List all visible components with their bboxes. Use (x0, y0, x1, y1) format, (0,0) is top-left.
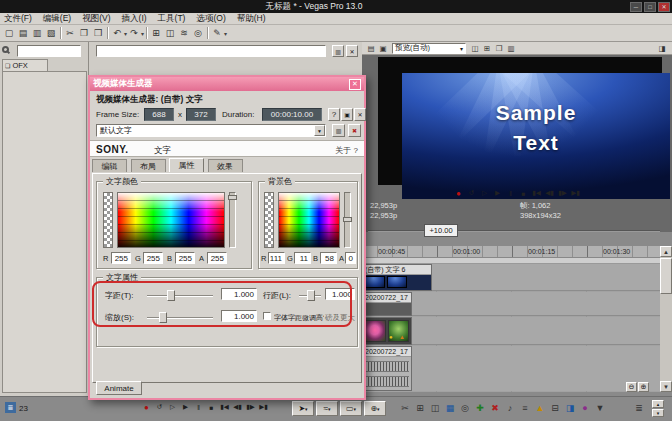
undo-icon[interactable]: ↶ (110, 26, 124, 40)
go-to-end-icon[interactable]: ▶▮ (569, 187, 582, 199)
marker-up-icon[interactable]: ▲ (533, 401, 547, 415)
auto-crossfades-icon[interactable]: ◫ (163, 26, 177, 40)
menu-insert[interactable]: 插入(I) (122, 13, 147, 25)
ignore-grouping-icon[interactable]: ◎ (191, 26, 205, 40)
chevron-down-icon[interactable]: ▼ (314, 125, 325, 136)
scrollbar-thumb[interactable] (660, 258, 672, 294)
track-count-icon[interactable]: ≣ (5, 402, 16, 413)
timeline-tracks[interactable]: (自带) 文字 6 20200722_17 ● ▲ 20200722_17 (362, 264, 660, 392)
copy-icon[interactable]: ❐ (77, 26, 91, 40)
envelope-edit-tool-icon[interactable]: ≈▾ (316, 401, 338, 416)
stop-icon[interactable]: ■ (205, 401, 218, 413)
luminance-slider[interactable] (229, 192, 236, 248)
slider-thumb[interactable] (228, 195, 237, 200)
cut-icon[interactable]: ✂ (63, 26, 77, 40)
copy-snapshot-icon[interactable]: ❐ (493, 43, 505, 54)
delete-preset-icon[interactable]: ✕ (346, 45, 358, 57)
scroll-down-icon[interactable]: ▼ (660, 381, 672, 392)
menu-options[interactable]: 选项(O) (196, 13, 225, 25)
fx-preset-combo[interactable] (96, 45, 326, 57)
record-icon[interactable]: ● (140, 401, 153, 413)
timeline-event-photos[interactable]: ● ▲ (362, 317, 412, 345)
pause-icon[interactable]: ‖ (192, 401, 205, 413)
go-to-start-icon[interactable]: ▮◀ (218, 401, 231, 413)
save-preset-icon[interactable]: ▥ (332, 45, 344, 57)
dock-button[interactable]: ▣ (341, 108, 353, 121)
text-color-g-field[interactable]: 255 (143, 252, 163, 264)
scroll-up-icon[interactable]: ▴ (652, 400, 664, 408)
split-screen-view-icon[interactable]: ◫ (469, 43, 481, 54)
render-icon[interactable]: ▦ (443, 401, 457, 415)
rate-slider-track[interactable] (368, 230, 660, 232)
minimize-button[interactable]: ─ (630, 2, 642, 12)
save-preset-icon[interactable]: ▥ (332, 124, 345, 137)
project-properties-icon[interactable]: ▧ (44, 26, 58, 40)
next-frame-icon[interactable]: ▮▶ (244, 401, 257, 413)
bg-color-g-field[interactable]: 11 (294, 252, 311, 264)
project-video-properties-icon[interactable]: ▤ (365, 43, 377, 54)
video-view-icon[interactable]: ◨ (563, 401, 577, 415)
split-event-icon[interactable]: ✂ (398, 401, 412, 415)
delete-icon[interactable]: ✖ (488, 401, 502, 415)
auto-ripple-icon[interactable]: ≋ (177, 26, 191, 40)
stop-icon[interactable]: ■ (517, 187, 530, 199)
luminance-slider[interactable] (344, 192, 351, 248)
fx-list-area[interactable] (2, 71, 87, 393)
slider-thumb[interactable] (307, 290, 315, 301)
timeline-scrollbar[interactable]: ▲ ▼ (660, 246, 672, 392)
delete-preset-icon[interactable]: ✖ (348, 124, 361, 137)
scroll-up-icon[interactable]: ▲ (660, 246, 672, 257)
next-frame-icon[interactable]: ▮▶ (556, 187, 569, 199)
tab-edit[interactable]: 编辑 (92, 159, 127, 172)
frame-height-field[interactable]: 372 (186, 108, 216, 121)
audio-icon[interactable]: ♪ (503, 401, 517, 415)
timeline-event-audio[interactable]: 20200722_17 (362, 346, 412, 391)
about-link[interactable]: 关于 ? (335, 145, 358, 156)
tracking-slider[interactable] (147, 295, 213, 297)
tab-properties[interactable]: 属性 (169, 158, 204, 172)
selection-edit-tool-icon[interactable]: ▭▾ (340, 401, 362, 416)
loop-playback-icon[interactable]: ↺ (465, 187, 478, 199)
alpha-strip[interactable] (264, 192, 274, 248)
play-icon[interactable]: ▶ (491, 187, 504, 199)
line-spacing-value-field[interactable]: 1.000 (325, 288, 355, 300)
save-icon[interactable]: ▥ (30, 26, 44, 40)
bg-color-r-field[interactable]: 111 (268, 252, 285, 264)
preview-quality-icon[interactable]: ▣ (377, 43, 389, 54)
redo-dropdown-arrow-icon[interactable]: ▾ (141, 30, 144, 37)
play-icon[interactable]: ▶ (179, 401, 192, 413)
crossfade-icon[interactable]: ◫ (428, 401, 442, 415)
hamburger-menu-icon[interactable]: ≣ (632, 401, 646, 415)
dialog-title-bar[interactable]: 视频媒体生成器 ✕ (90, 77, 364, 91)
alpha-strip[interactable] (103, 192, 113, 248)
timeline-ruler[interactable]: 00:00:45 00:01:00 00:01:15 00:01:30 (362, 246, 660, 258)
loop-playback-icon[interactable]: ↺ (153, 401, 166, 413)
fx-search-input[interactable] (17, 45, 81, 57)
menu-file[interactable]: 文件(F) (4, 13, 32, 25)
text-color-a-field[interactable]: 255 (207, 252, 227, 264)
tab-layout[interactable]: 布局 (131, 159, 166, 172)
scale-value-field[interactable]: 1.000 (221, 310, 257, 322)
preset-dropdown[interactable]: 默认文字 ▼ (96, 124, 326, 137)
tracking-value-field[interactable]: 1.000 (221, 288, 257, 300)
track-audio-1[interactable]: 20200722_17 (362, 346, 660, 391)
tool-dropdown-arrow-icon[interactable]: ▾ (224, 30, 227, 37)
maximize-button[interactable]: □ (644, 2, 656, 12)
go-to-start-icon[interactable]: ▮◀ (530, 187, 543, 199)
snapping-icon[interactable]: ⊞ (149, 26, 163, 40)
menu-edit[interactable]: 编辑(E) (43, 13, 71, 25)
previous-frame-icon[interactable]: ◀▮ (543, 187, 556, 199)
kern-checkbox[interactable] (263, 312, 271, 320)
bg-color-a-field[interactable]: 0 (345, 252, 356, 264)
plugin-close-button[interactable]: ✕ (354, 108, 366, 121)
overlays-icon[interactable]: ⊞ (481, 43, 493, 54)
search-icon[interactable] (2, 45, 14, 57)
tab-ofx[interactable]: ❏ OFX (2, 59, 48, 71)
track-video-2[interactable]: ● ▲ (362, 317, 660, 345)
zoom-out-icon[interactable]: ⊖ (626, 382, 637, 392)
snap-grid-icon[interactable]: ⊞ (413, 401, 427, 415)
tab-effects[interactable]: 效果 (208, 159, 243, 172)
preview-quality-dropdown[interactable]: 预览(自动) ▾ (392, 43, 466, 54)
mixer-icon[interactable]: ≡ (518, 401, 532, 415)
plugin-icon[interactable]: ● (578, 401, 592, 415)
